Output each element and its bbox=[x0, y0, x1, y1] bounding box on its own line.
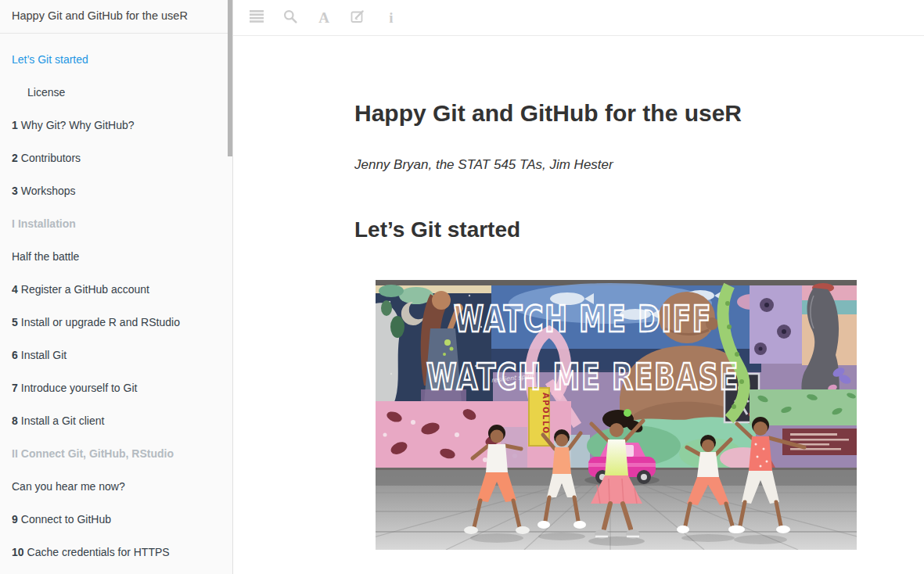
toc-item-can-you-hear-me-now[interactable]: Can you hear me now? bbox=[0, 470, 232, 503]
watch-me-diff-image: APOLLO resilient spirit bbox=[376, 280, 857, 550]
hamburger-icon bbox=[250, 10, 264, 26]
toc-item-install-git[interactable]: 6Install Git bbox=[0, 339, 232, 371]
toc-item-connect-to-github[interactable]: 9Connect to GitHub bbox=[0, 503, 232, 536]
toc-list: Let’s Git started License 1Why Git? Why … bbox=[0, 43, 232, 569]
search-button[interactable] bbox=[279, 0, 302, 35]
edit-button[interactable] bbox=[346, 0, 369, 35]
info-button[interactable]: i bbox=[379, 0, 403, 35]
toc-item-install-r-rstudio[interactable]: 5Install or upgrade R and RStudio bbox=[0, 306, 232, 339]
apollo-sign-text: APOLLO bbox=[541, 393, 550, 434]
toc-item-cache-credentials-https[interactable]: 10Cache credentials for HTTPS bbox=[0, 536, 232, 569]
info-icon: i bbox=[389, 10, 393, 25]
sidebar-toc: Happy Git and GitHub for the useR Let’s … bbox=[0, 0, 233, 574]
overlay-text-line1: WATCH ME DIFF bbox=[454, 298, 712, 340]
font-settings-button[interactable]: A bbox=[312, 0, 336, 35]
toc-part-connect-git-github-rstudio: IIConnect Git, GitHub, RStudio bbox=[0, 437, 232, 470]
toc-item-install-git-client[interactable]: 8Install a Git client bbox=[0, 404, 232, 437]
toc-part-installation: IInstallation bbox=[0, 207, 232, 240]
edit-icon bbox=[351, 9, 365, 27]
gitbook-app: Happy Git and GitHub for the useR Let’s … bbox=[0, 0, 924, 574]
toc-item-contributors[interactable]: 2Contributors bbox=[0, 142, 232, 174]
page-title: Happy Git and GitHub for the useR bbox=[354, 99, 877, 127]
toc-item-lets-git-started[interactable]: Let’s Git started bbox=[0, 43, 232, 76]
page-body: Happy Git and GitHub for the useR Jenny … bbox=[233, 36, 924, 574]
toc-item-license[interactable]: License bbox=[0, 76, 232, 109]
toc-item-workshops[interactable]: 3Workshops bbox=[0, 174, 232, 207]
overlay-text-line2: WATCH ME REBASE bbox=[426, 356, 739, 398]
toc-item-introduce-yourself-to-git[interactable]: 7Introduce yourself to Git bbox=[0, 371, 232, 404]
toc-item-register-github-account[interactable]: 4Register a GitHub account bbox=[0, 273, 232, 306]
sidebar-book-title[interactable]: Happy Git and GitHub for the useR bbox=[0, 0, 232, 34]
page-content: Happy Git and GitHub for the useR Jenny … bbox=[233, 36, 877, 550]
toc-item-half-the-battle[interactable]: Half the battle bbox=[0, 240, 232, 273]
font-icon: A bbox=[318, 10, 329, 25]
main-panel: A i Happy Git and GitHub for the useR Je… bbox=[233, 0, 924, 574]
sidebar-scrollbar-thumb[interactable] bbox=[228, 0, 232, 156]
toggle-sidebar-button[interactable] bbox=[245, 0, 268, 35]
section-heading: Let’s Git started bbox=[354, 217, 877, 242]
intro-figure: APOLLO resilient spirit bbox=[354, 280, 877, 550]
toc-item-why-git-why-github[interactable]: 1Why Git? Why GitHub? bbox=[0, 109, 232, 142]
author-line: Jenny Bryan, the STAT 545 TAs, Jim Heste… bbox=[354, 157, 877, 173]
search-icon bbox=[283, 9, 297, 27]
toolbar: A i bbox=[233, 0, 924, 36]
